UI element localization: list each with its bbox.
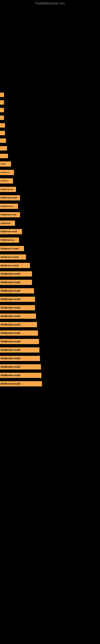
list-item: Bottleneck result <box>0 288 100 294</box>
list-item <box>0 154 100 159</box>
list-item: Bottleneck r <box>0 220 100 226</box>
list-item <box>0 131 100 136</box>
list-item: Bottleneck result <box>0 280 100 286</box>
list-item: Bottleneck result <box>0 297 100 303</box>
list-item <box>0 100 100 106</box>
list-item: Bottleneck res <box>0 204 100 210</box>
list-item: Bottleneck result <box>0 339 100 345</box>
site-title-bar: TheBottlenecker.com <box>0 0 100 6</box>
bottleneck-items-container: BottlenBottleneck rBottlenecBottleneck r… <box>0 90 100 390</box>
list-item <box>0 146 100 151</box>
list-item: Bottleneck result <box>0 364 100 370</box>
list-item: Bottlenec <box>0 178 100 184</box>
list-item: Bottleneck result <box>0 246 100 252</box>
list-item: Bottleneck result <box>0 305 100 311</box>
list-item: Bottleneck result <box>0 356 100 362</box>
chart-area <box>0 6 100 90</box>
list-item: Bottleneck result <box>0 229 100 235</box>
list-item <box>0 108 100 113</box>
list-item: Bottleneck result <box>0 330 100 336</box>
list-item: Bottleneck result <box>0 271 100 277</box>
list-item: Bottlen <box>0 162 100 168</box>
list-item: Bottleneck result <box>0 254 100 260</box>
list-item: Bottleneck result <box>0 263 100 269</box>
list-item <box>0 92 100 98</box>
list-item: Bottleneck result <box>0 347 100 354</box>
list-item <box>0 138 100 144</box>
list-item: Bottleneck result <box>0 314 100 320</box>
list-item: Bottleneck resul <box>0 212 100 218</box>
list-item: Bottleneck r <box>0 170 100 176</box>
list-item <box>0 123 100 128</box>
list-item: Bottleneck res <box>0 187 100 193</box>
row-spacer <box>0 388 100 390</box>
list-item: Bottleneck res <box>0 238 100 244</box>
list-item: Bottleneck result <box>0 195 100 201</box>
list-item: Bottleneck result <box>0 381 100 387</box>
list-item: Bottleneck result <box>0 322 100 328</box>
site-title: TheBottlenecker.com <box>0 0 100 6</box>
list-item <box>0 116 100 121</box>
list-item: Bottleneck result <box>0 373 100 379</box>
